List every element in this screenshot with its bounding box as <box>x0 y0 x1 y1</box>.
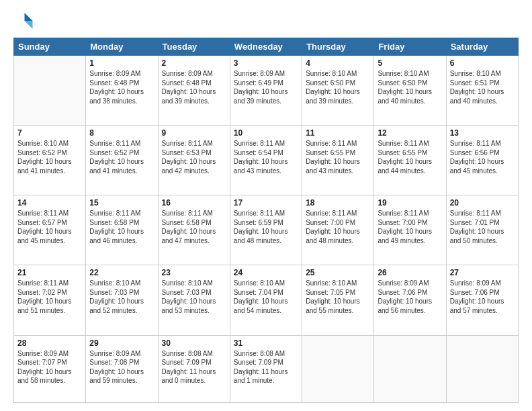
calendar-cell: 31Sunrise: 8:08 AM Sunset: 7:09 PM Dayli… <box>230 335 302 402</box>
calendar-cell: 4Sunrise: 8:10 AM Sunset: 6:50 PM Daylig… <box>302 56 374 126</box>
day-number: 18 <box>306 198 370 208</box>
day-number: 22 <box>89 268 154 277</box>
day-info: Sunrise: 8:10 AM Sunset: 6:51 PM Dayligh… <box>450 69 515 105</box>
day-info: Sunrise: 8:08 AM Sunset: 7:09 PM Dayligh… <box>234 349 298 385</box>
calendar-cell <box>446 335 518 402</box>
day-number: 21 <box>17 268 82 277</box>
day-info: Sunrise: 8:09 AM Sunset: 6:48 PM Dayligh… <box>162 69 226 105</box>
day-info: Sunrise: 8:10 AM Sunset: 6:50 PM Dayligh… <box>378 69 442 105</box>
calendar-cell: 14Sunrise: 8:11 AM Sunset: 6:57 PM Dayli… <box>14 195 86 265</box>
calendar-cell: 18Sunrise: 8:11 AM Sunset: 7:00 PM Dayli… <box>302 195 374 265</box>
weekday-header: Saturday <box>446 38 518 56</box>
day-info: Sunrise: 8:11 AM Sunset: 6:59 PM Dayligh… <box>234 209 298 245</box>
day-info: Sunrise: 8:11 AM Sunset: 7:00 PM Dayligh… <box>378 209 442 245</box>
calendar-cell: 22Sunrise: 8:10 AM Sunset: 7:03 PM Dayli… <box>86 265 158 335</box>
day-info: Sunrise: 8:08 AM Sunset: 7:09 PM Dayligh… <box>162 349 226 385</box>
calendar-cell: 9Sunrise: 8:11 AM Sunset: 6:53 PM Daylig… <box>158 126 230 195</box>
weekday-header: Thursday <box>302 38 374 56</box>
day-info: Sunrise: 8:09 AM Sunset: 7:07 PM Dayligh… <box>17 349 82 385</box>
svg-marker-0 <box>25 13 33 21</box>
day-number: 6 <box>450 58 515 68</box>
day-info: Sunrise: 8:11 AM Sunset: 6:53 PM Dayligh… <box>162 139 226 175</box>
weekday-header-row: SundayMondayTuesdayWednesdayThursdayFrid… <box>14 38 519 56</box>
calendar-cell: 15Sunrise: 8:11 AM Sunset: 6:58 PM Dayli… <box>86 195 158 265</box>
day-number: 24 <box>234 268 298 277</box>
day-info: Sunrise: 8:10 AM Sunset: 7:03 PM Dayligh… <box>162 279 226 315</box>
day-info: Sunrise: 8:11 AM Sunset: 6:58 PM Dayligh… <box>162 209 226 245</box>
day-number: 10 <box>234 128 298 138</box>
calendar-cell: 12Sunrise: 8:11 AM Sunset: 6:55 PM Dayli… <box>374 126 446 195</box>
calendar-cell: 10Sunrise: 8:11 AM Sunset: 6:54 PM Dayli… <box>230 126 302 195</box>
day-number: 28 <box>17 338 82 348</box>
calendar-week-row: 1Sunrise: 8:09 AM Sunset: 6:48 PM Daylig… <box>14 56 519 126</box>
calendar-cell: 19Sunrise: 8:11 AM Sunset: 7:00 PM Dayli… <box>374 195 446 265</box>
day-number: 8 <box>89 128 154 138</box>
calendar-cell: 27Sunrise: 8:09 AM Sunset: 7:06 PM Dayli… <box>446 265 518 335</box>
day-info: Sunrise: 8:11 AM Sunset: 6:55 PM Dayligh… <box>306 139 370 175</box>
calendar-cell <box>374 335 446 402</box>
weekday-header: Sunday <box>14 38 86 56</box>
weekday-header: Friday <box>374 38 446 56</box>
calendar-cell: 26Sunrise: 8:09 AM Sunset: 7:06 PM Dayli… <box>374 265 446 335</box>
day-number: 13 <box>450 128 515 138</box>
calendar-cell: 2Sunrise: 8:09 AM Sunset: 6:48 PM Daylig… <box>158 56 230 126</box>
calendar-cell: 17Sunrise: 8:11 AM Sunset: 6:59 PM Dayli… <box>230 195 302 265</box>
calendar-cell: 25Sunrise: 8:10 AM Sunset: 7:05 PM Dayli… <box>302 265 374 335</box>
day-number: 27 <box>450 268 515 277</box>
weekday-header: Monday <box>86 38 158 56</box>
calendar-cell: 6Sunrise: 8:10 AM Sunset: 6:51 PM Daylig… <box>446 56 518 126</box>
day-info: Sunrise: 8:10 AM Sunset: 7:03 PM Dayligh… <box>89 279 154 315</box>
page: SundayMondayTuesdayWednesdayThursdayFrid… <box>0 0 532 411</box>
day-number: 3 <box>234 58 298 68</box>
day-number: 25 <box>306 268 370 277</box>
calendar-cell: 16Sunrise: 8:11 AM Sunset: 6:58 PM Dayli… <box>158 195 230 265</box>
calendar-week-row: 28Sunrise: 8:09 AM Sunset: 7:07 PM Dayli… <box>14 335 519 402</box>
day-info: Sunrise: 8:11 AM Sunset: 6:57 PM Dayligh… <box>17 209 82 245</box>
day-info: Sunrise: 8:11 AM Sunset: 6:56 PM Dayligh… <box>450 139 515 175</box>
calendar-cell: 23Sunrise: 8:10 AM Sunset: 7:03 PM Dayli… <box>158 265 230 335</box>
day-number: 9 <box>162 128 226 138</box>
day-info: Sunrise: 8:11 AM Sunset: 6:52 PM Dayligh… <box>89 139 154 175</box>
calendar-cell <box>14 56 86 126</box>
day-number: 12 <box>378 128 442 138</box>
day-number: 30 <box>162 338 226 348</box>
day-info: Sunrise: 8:11 AM Sunset: 7:00 PM Dayligh… <box>306 209 370 245</box>
calendar-cell <box>302 335 374 402</box>
day-number: 19 <box>378 198 442 208</box>
day-info: Sunrise: 8:11 AM Sunset: 7:01 PM Dayligh… <box>450 209 515 245</box>
day-info: Sunrise: 8:09 AM Sunset: 7:08 PM Dayligh… <box>89 349 154 385</box>
day-number: 26 <box>378 268 442 277</box>
calendar-cell: 7Sunrise: 8:10 AM Sunset: 6:52 PM Daylig… <box>14 126 86 195</box>
calendar-cell: 29Sunrise: 8:09 AM Sunset: 7:08 PM Dayli… <box>86 335 158 402</box>
logo-icon <box>13 11 34 31</box>
day-number: 4 <box>306 58 370 68</box>
calendar-cell: 11Sunrise: 8:11 AM Sunset: 6:55 PM Dayli… <box>302 126 374 195</box>
day-info: Sunrise: 8:10 AM Sunset: 6:52 PM Dayligh… <box>17 139 82 175</box>
day-number: 17 <box>234 198 298 208</box>
calendar-cell: 3Sunrise: 8:09 AM Sunset: 6:49 PM Daylig… <box>230 56 302 126</box>
calendar-week-row: 7Sunrise: 8:10 AM Sunset: 6:52 PM Daylig… <box>14 126 519 195</box>
calendar-cell: 1Sunrise: 8:09 AM Sunset: 6:48 PM Daylig… <box>86 56 158 126</box>
calendar-cell: 28Sunrise: 8:09 AM Sunset: 7:07 PM Dayli… <box>14 335 86 402</box>
day-number: 15 <box>89 198 154 208</box>
day-info: Sunrise: 8:09 AM Sunset: 7:06 PM Dayligh… <box>378 279 442 315</box>
day-number: 14 <box>17 198 82 208</box>
svg-marker-1 <box>25 21 33 29</box>
day-number: 16 <box>162 198 226 208</box>
calendar-week-row: 14Sunrise: 8:11 AM Sunset: 6:57 PM Dayli… <box>14 195 519 265</box>
calendar-cell: 8Sunrise: 8:11 AM Sunset: 6:52 PM Daylig… <box>86 126 158 195</box>
weekday-header: Wednesday <box>230 38 302 56</box>
day-number: 1 <box>89 58 154 68</box>
day-number: 23 <box>162 268 226 277</box>
calendar-cell: 30Sunrise: 8:08 AM Sunset: 7:09 PM Dayli… <box>158 335 230 402</box>
day-info: Sunrise: 8:11 AM Sunset: 6:55 PM Dayligh… <box>378 139 442 175</box>
day-info: Sunrise: 8:11 AM Sunset: 6:58 PM Dayligh… <box>89 209 154 245</box>
calendar-week-row: 21Sunrise: 8:11 AM Sunset: 7:02 PM Dayli… <box>14 265 519 335</box>
day-info: Sunrise: 8:10 AM Sunset: 7:04 PM Dayligh… <box>234 279 298 315</box>
day-info: Sunrise: 8:09 AM Sunset: 7:06 PM Dayligh… <box>450 279 515 315</box>
calendar-cell: 24Sunrise: 8:10 AM Sunset: 7:04 PM Dayli… <box>230 265 302 335</box>
header <box>13 11 519 31</box>
day-number: 5 <box>378 58 442 68</box>
day-number: 7 <box>17 128 82 138</box>
day-number: 31 <box>234 338 298 348</box>
